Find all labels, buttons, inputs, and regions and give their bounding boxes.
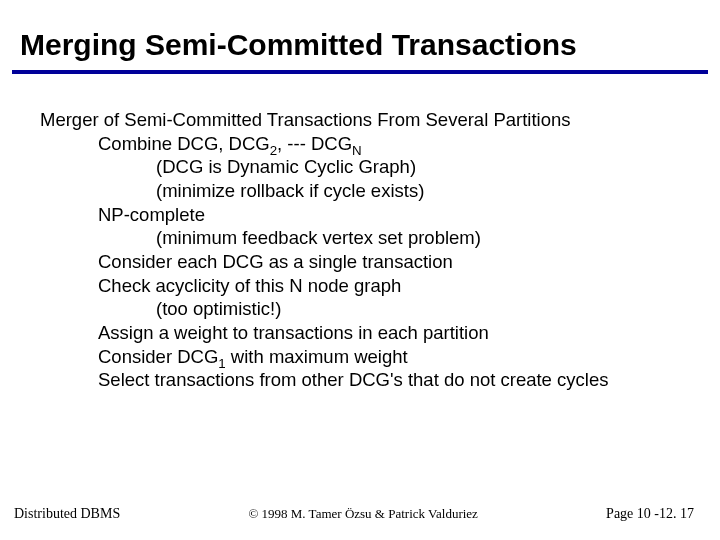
body-line: Merger of Semi-Committed Transactions Fr… (40, 108, 684, 132)
slide-title: Merging Semi-Committed Transactions (0, 0, 720, 70)
text: , --- DCG (277, 133, 352, 154)
footer-left: Distributed DBMS (14, 506, 120, 522)
body-line: (DCG is Dynamic Cyclic Graph) (156, 155, 684, 179)
body-line: Check acyclicity of this N node graph (98, 274, 684, 298)
body-line: Select transactions from other DCG's tha… (98, 368, 684, 392)
body-line: NP-complete (98, 203, 684, 227)
text: with maximum weight (226, 346, 408, 367)
body-line: (minimum feedback vertex set problem) (156, 226, 684, 250)
body-line: (minimize rollback if cycle exists) (156, 179, 684, 203)
body-line: Assign a weight to transactions in each … (98, 321, 684, 345)
body-line: Consider DCG1 with maximum weight (98, 345, 684, 369)
footer: Distributed DBMS © 1998 M. Tamer Özsu & … (0, 506, 720, 522)
text: Consider DCG (98, 346, 218, 367)
slide-body: Merger of Semi-Committed Transactions Fr… (0, 74, 720, 392)
text: Combine DCG, DCG (98, 133, 270, 154)
body-line: (too optimistic!) (156, 297, 684, 321)
body-line: Combine DCG, DCG2, --- DCGN (98, 132, 684, 156)
footer-right: Page 10 -12. 17 (606, 506, 694, 522)
footer-center: © 1998 M. Tamer Özsu & Patrick Valduriez (120, 506, 606, 522)
body-line: Consider each DCG as a single transactio… (98, 250, 684, 274)
slide: Merging Semi-Committed Transactions Merg… (0, 0, 720, 540)
